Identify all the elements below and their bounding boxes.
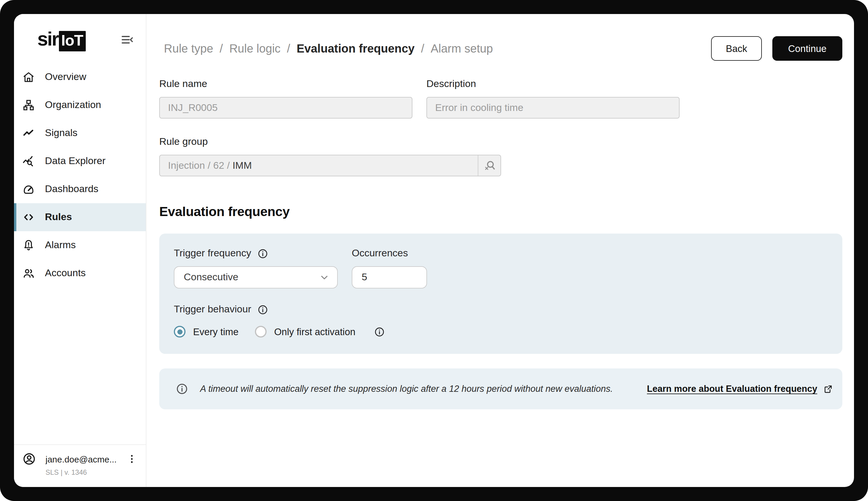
device-frame: sir IoT Overview <box>0 0 868 501</box>
chevron-down-icon <box>319 271 330 283</box>
info-icon[interactable] <box>374 326 385 337</box>
sidebar-item-label: Data Explorer <box>45 155 106 167</box>
trend-line-icon <box>22 127 35 140</box>
rule-group-block: Rule group Injection / 62 / IMM <box>159 136 501 176</box>
sidebar-item-alarms[interactable]: Alarms <box>14 231 146 259</box>
bell-icon <box>22 239 35 252</box>
app-logo: sir IoT <box>37 28 86 51</box>
trigger-frequency-label-row: Trigger frequency <box>174 248 338 259</box>
sidebar-item-accounts[interactable]: Accounts <box>14 259 146 287</box>
rule-name-input[interactable] <box>159 97 413 118</box>
radio-selected-icon <box>174 326 186 338</box>
occurrences-label: Occurrences <box>352 248 408 259</box>
description-input[interactable] <box>426 97 680 118</box>
collapse-sidebar-button[interactable] <box>119 32 135 48</box>
breadcrumb-separator: / <box>287 42 290 55</box>
external-link-icon <box>823 384 833 394</box>
home-icon <box>22 71 35 84</box>
sidebar-item-overview[interactable]: Overview <box>14 63 146 91</box>
occurrences-label-row: Occurrences <box>352 248 427 259</box>
rule-group-value: Injection / 62 / IMM <box>160 155 478 176</box>
user-section: jane.doe@acme... SLS | v. 1346 <box>14 444 146 487</box>
user-menu-button[interactable] <box>126 452 138 465</box>
sidebar-item-label: Dashboards <box>45 183 98 195</box>
breadcrumb: Rule type / Rule logic / Evaluation freq… <box>164 42 493 55</box>
description-group: Description <box>426 78 680 118</box>
trigger-frequency-group: Trigger frequency Consecutive <box>174 248 338 288</box>
search-clear-icon <box>483 159 496 172</box>
app-version: SLS | v. 1346 <box>45 468 138 477</box>
sidebar-item-label: Overview <box>45 71 86 83</box>
sidebar-item-label: Accounts <box>45 267 86 279</box>
sidebar-item-organization[interactable]: Organization <box>14 91 146 119</box>
page-title: Evaluation frequency <box>159 204 842 220</box>
logo-text-sir: sir <box>37 28 58 50</box>
breadcrumb-evaluation-frequency: Evaluation frequency <box>297 42 415 55</box>
breadcrumb-separator: / <box>421 42 424 55</box>
app-window: sir IoT Overview <box>14 14 854 487</box>
trigger-frequency-label: Trigger frequency <box>174 248 251 259</box>
radio-option-every-time[interactable]: Every time <box>174 326 239 338</box>
stage: sir IoT Overview <box>0 0 868 501</box>
sidebar-item-rules[interactable]: Rules <box>14 203 146 231</box>
chart-search-icon <box>22 155 35 168</box>
radio-option-only-first-activation[interactable]: Only first activation <box>255 326 355 338</box>
code-icon <box>22 211 35 224</box>
rule-meta-form: Rule name Description <box>159 78 842 118</box>
occurrences-input[interactable] <box>352 266 427 288</box>
logo-box-iot: IoT <box>59 31 86 51</box>
breadcrumb-rule-type[interactable]: Rule type <box>164 42 213 55</box>
menu-open-icon <box>120 33 134 47</box>
sidebar-item-label: Alarms <box>45 239 76 251</box>
radio-label: Only first activation <box>274 326 355 337</box>
evaluation-frequency-panel: Trigger frequency Consecutive <box>159 234 842 354</box>
org-chart-icon <box>22 99 35 111</box>
topbar-actions: Back Continue <box>711 36 843 61</box>
breadcrumb-rule-logic[interactable]: Rule logic <box>229 42 281 55</box>
rule-group-path: Injection / 62 / <box>168 160 232 171</box>
sidebar-item-label: Rules <box>45 211 72 223</box>
sidebar-item-dashboards[interactable]: Dashboards <box>14 175 146 203</box>
sidebar-item-data-explorer[interactable]: Data Explorer <box>14 147 146 175</box>
rule-group-search-button[interactable] <box>478 155 501 176</box>
info-icon <box>176 383 188 395</box>
trigger-frequency-value: Consecutive <box>184 271 319 283</box>
trigger-behaviour-label-row: Trigger behaviour <box>174 303 828 315</box>
kebab-menu-icon <box>126 452 138 465</box>
learn-more-label: Learn more about Evaluation frequency <box>647 384 817 394</box>
sidebar-item-signals[interactable]: Signals <box>14 119 146 147</box>
breadcrumb-alarm-setup[interactable]: Alarm setup <box>431 42 493 55</box>
topbar: Rule type / Rule logic / Evaluation freq… <box>159 36 842 61</box>
main-content: Rule type / Rule logic / Evaluation freq… <box>146 14 854 487</box>
timeout-info-banner: A timeout will automatically reset the s… <box>159 369 842 409</box>
rule-group-field: Injection / 62 / IMM <box>159 155 501 176</box>
description-label: Description <box>426 78 680 90</box>
trigger-frequency-select[interactable]: Consecutive <box>174 266 338 288</box>
user-email: jane.doe@acme... <box>45 454 117 464</box>
rule-group-label: Rule group <box>159 136 501 148</box>
occurrences-group: Occurrences <box>352 248 427 288</box>
speedometer-icon <box>22 183 35 195</box>
trigger-behaviour-options: Every time Only first activation <box>174 326 828 338</box>
rule-name-label: Rule name <box>159 78 413 90</box>
continue-button[interactable]: Continue <box>772 36 842 61</box>
trigger-behaviour-label: Trigger behaviour <box>174 303 251 315</box>
timeout-message: A timeout will automatically reset the s… <box>200 384 613 394</box>
user-avatar-icon <box>22 452 36 466</box>
people-icon <box>22 267 35 280</box>
frequency-row: Trigger frequency Consecutive <box>174 248 828 288</box>
sidebar-nav: Overview Organization Signals <box>14 63 146 287</box>
radio-label: Every time <box>193 326 239 337</box>
learn-more-link[interactable]: Learn more about Evaluation frequency <box>647 384 833 394</box>
info-icon[interactable] <box>257 304 268 315</box>
sidebar-item-label: Organization <box>45 99 101 111</box>
user-row: jane.doe@acme... <box>22 452 138 466</box>
rule-group-selected: IMM <box>232 160 252 171</box>
breadcrumb-separator: / <box>220 42 223 55</box>
info-icon[interactable] <box>257 248 268 259</box>
radio-unselected-icon <box>255 326 266 338</box>
sidebar-spacer <box>14 287 146 444</box>
sidebar-item-label: Signals <box>45 127 78 139</box>
rule-name-group: Rule name <box>159 78 413 118</box>
back-button[interactable]: Back <box>711 36 762 61</box>
